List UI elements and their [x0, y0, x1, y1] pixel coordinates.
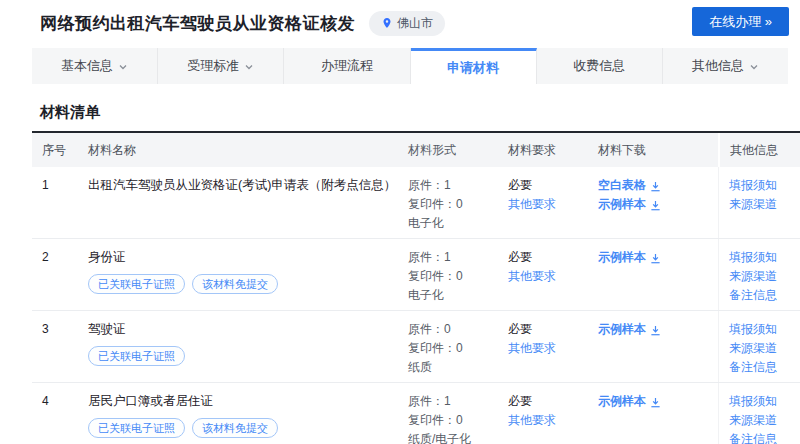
- column-header-requirement: 材料要求: [508, 142, 598, 159]
- download-links-cell: 示例样本: [598, 248, 718, 305]
- tab-other-info[interactable]: 其他信息: [663, 48, 788, 84]
- other-info-links-cell: 填报须知来源渠道: [718, 167, 800, 238]
- column-header-form: 材料形式: [408, 142, 508, 159]
- form-line: 电子化: [408, 286, 508, 305]
- tab-label: 其他信息: [692, 57, 744, 75]
- location-pin-icon: [381, 17, 393, 29]
- material-name: 居民户口簿或者居住证: [88, 392, 398, 411]
- other-info-link[interactable]: 填报须知: [729, 392, 800, 411]
- other-info-link[interactable]: 填报须知: [729, 248, 800, 267]
- tab-label: 申请材料: [447, 59, 499, 77]
- download-icon: [650, 180, 661, 192]
- tab-basic-info[interactable]: 基本信息: [32, 48, 158, 84]
- section-title-material-list: 材料清单: [40, 103, 800, 122]
- table-header-row: 序号 材料名称 材料形式 材料要求 材料下载 其他信息: [32, 133, 800, 167]
- form-line: 电子化: [408, 214, 508, 233]
- form-line: 复印件：0: [408, 339, 508, 358]
- form-line: 复印件：0: [408, 195, 508, 214]
- material-name: 出租汽车驾驶员从业资格证(考试)申请表（附考点信息）: [88, 176, 398, 195]
- material-form-cell: 原件：1复印件：0纸质/电子化: [408, 392, 508, 444]
- download-links-cell: 示例样本: [598, 320, 718, 377]
- online-process-button[interactable]: 在线办理 »: [692, 7, 789, 36]
- location-selector[interactable]: 佛山市: [369, 11, 445, 36]
- material-badge: 已关联电子证照: [88, 346, 185, 366]
- download-link-label: 示例样本: [598, 248, 646, 267]
- download-icon: [650, 252, 661, 264]
- column-header-other: 其他信息: [718, 133, 800, 167]
- other-requirements-link[interactable]: 其他要求: [508, 411, 598, 430]
- tab-bar: 基本信息 受理标准 办理流程 申请材料 收费信息 其他信息: [32, 48, 788, 84]
- download-link[interactable]: 示例样本: [598, 248, 718, 267]
- download-icon: [650, 324, 661, 336]
- requirement-cell: 必要 其他要求: [508, 392, 598, 444]
- other-info-link[interactable]: 来源渠道: [729, 195, 800, 214]
- row-number: 4: [32, 392, 88, 444]
- requirement-required-label: 必要: [508, 320, 598, 339]
- material-badge: 已关联电子证照: [88, 274, 185, 294]
- form-line: 纸质: [408, 358, 508, 377]
- other-info-link[interactable]: 来源渠道: [729, 411, 800, 430]
- row-number: 2: [32, 248, 88, 305]
- form-line: 复印件：0: [408, 411, 508, 430]
- material-badge: 该材料免提交: [192, 274, 278, 294]
- other-requirements-link[interactable]: 其他要求: [508, 339, 598, 358]
- download-icon: [650, 396, 661, 408]
- tab-acceptance-criteria[interactable]: 受理标准: [158, 48, 284, 84]
- requirement-required-label: 必要: [508, 248, 598, 267]
- other-info-links-cell: 填报须知来源渠道备注信息: [718, 239, 800, 310]
- material-badge: 该材料免提交: [192, 418, 278, 438]
- download-link[interactable]: 示例样本: [598, 320, 718, 339]
- requirement-required-label: 必要: [508, 392, 598, 411]
- form-line: 纸质/电子化: [408, 430, 508, 444]
- material-badge: 已关联电子证照: [88, 418, 185, 438]
- material-form-cell: 原件：1复印件：0电子化: [408, 248, 508, 305]
- download-link-label: 示例样本: [598, 392, 646, 411]
- material-form-cell: 原件：1复印件：0电子化: [408, 176, 508, 233]
- download-links-cell: 空白表格示例样本: [598, 176, 718, 233]
- column-header-download: 材料下载: [598, 142, 718, 159]
- other-requirements-link[interactable]: 其他要求: [508, 267, 598, 286]
- download-link[interactable]: 空白表格: [598, 176, 718, 195]
- tab-fee-info[interactable]: 收费信息: [537, 48, 663, 84]
- other-info-link[interactable]: 填报须知: [729, 320, 800, 339]
- material-name: 身份证: [88, 248, 398, 267]
- row-number: 1: [32, 176, 88, 233]
- download-links-cell: 示例样本: [598, 392, 718, 444]
- tab-label: 收费信息: [573, 57, 625, 75]
- other-info-link[interactable]: 备注信息: [729, 430, 800, 444]
- download-link[interactable]: 示例样本: [598, 392, 718, 411]
- other-info-link[interactable]: 备注信息: [729, 286, 800, 305]
- chevron-down-icon: [749, 62, 759, 72]
- tab-label: 受理标准: [187, 57, 239, 75]
- tab-application-materials[interactable]: 申请材料: [411, 48, 537, 84]
- material-form-cell: 原件：0复印件：0纸质: [408, 320, 508, 377]
- badge-list: 已关联电子证照: [88, 346, 398, 366]
- page-title: 网络预约出租汽车驾驶员从业资格证核发: [40, 12, 355, 35]
- form-line: 原件：1: [408, 176, 508, 195]
- table-row: 1 出租汽车驾驶员从业资格证(考试)申请表（附考点信息） 原件：1复印件：0电子…: [32, 167, 800, 239]
- download-link-label: 示例样本: [598, 320, 646, 339]
- column-header-no: 序号: [32, 142, 88, 159]
- table-row: 3 驾驶证 已关联电子证照 原件：0复印件：0纸质 必要 其他要求 示例样本 填…: [32, 311, 800, 383]
- other-info-link[interactable]: 来源渠道: [729, 339, 800, 358]
- page-header: 网络预约出租汽车驾驶员从业资格证核发 佛山市 在线办理 »: [0, 0, 800, 46]
- download-link-label: 示例样本: [598, 195, 646, 214]
- other-info-link[interactable]: 填报须知: [729, 176, 800, 195]
- form-line: 原件：1: [408, 248, 508, 267]
- download-icon: [650, 199, 661, 211]
- requirement-required-label: 必要: [508, 176, 598, 195]
- chevron-down-icon: [244, 62, 254, 72]
- table-row: 2 身份证 已关联电子证照该材料免提交 原件：1复印件：0电子化 必要 其他要求…: [32, 239, 800, 311]
- other-info-link[interactable]: 备注信息: [729, 358, 800, 377]
- download-link[interactable]: 示例样本: [598, 195, 718, 214]
- column-header-name: 材料名称: [88, 142, 408, 159]
- row-number: 3: [32, 320, 88, 377]
- tab-label: 办理流程: [321, 57, 373, 75]
- other-info-links-cell: 填报须知来源渠道备注信息: [718, 383, 800, 444]
- form-line: 复印件：0: [408, 267, 508, 286]
- tab-process-flow[interactable]: 办理流程: [284, 48, 410, 84]
- location-label: 佛山市: [397, 15, 433, 32]
- other-requirements-link[interactable]: 其他要求: [508, 195, 598, 214]
- material-name: 驾驶证: [88, 320, 398, 339]
- other-info-link[interactable]: 来源渠道: [729, 267, 800, 286]
